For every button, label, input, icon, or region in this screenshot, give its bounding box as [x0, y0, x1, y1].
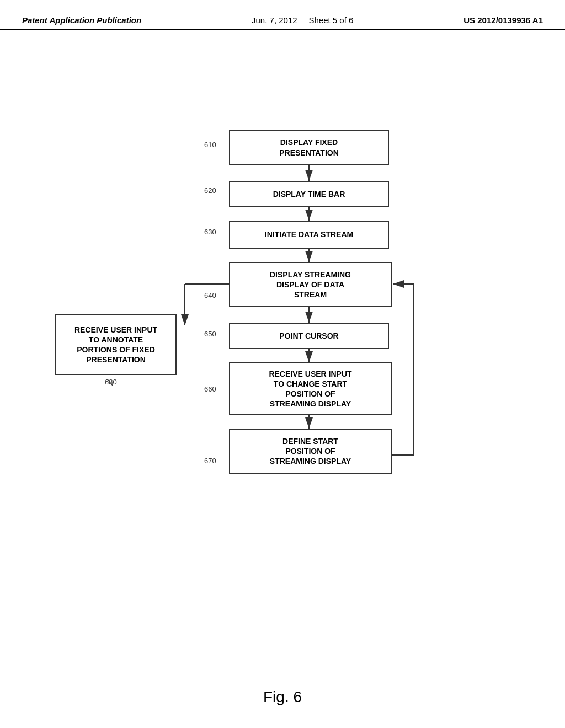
step-660-label: 660	[204, 385, 216, 393]
box-660-text: RECEIVE USER INPUT TO CHANGE START POSIT…	[269, 369, 351, 409]
box-initiate-data-stream: INITIATE DATA STREAM	[229, 221, 389, 249]
figure-label: Fig. 6	[263, 688, 302, 706]
svg-line-12	[108, 379, 113, 386]
box-620-text: DISPLAY TIME BAR	[273, 189, 345, 199]
box-display-time-bar: DISPLAY TIME BAR	[229, 181, 389, 207]
date-sheet-label: Jun. 7, 2012 Sheet 5 of 6	[252, 15, 353, 25]
box-670-text: DEFINE START POSITION OF STREAMING DISPL…	[270, 436, 351, 467]
page-header: Patent Application Publication Jun. 7, 2…	[0, 0, 565, 30]
box-635-text: DISPLAY STREAMING DISPLAY OF DATA STREAM	[270, 270, 351, 300]
step-610-label: 610	[204, 141, 216, 149]
step-650-label: 650	[204, 330, 216, 338]
box-display-streaming: DISPLAY STREAMING DISPLAY OF DATA STREAM	[229, 262, 392, 307]
diagram-area: 610 DISPLAY FIXED PRESENTATION 620 DISPL…	[0, 44, 565, 673]
box-receive-user-input-annotate: RECEIVE USER INPUT TO ANNOTATE PORTIONS …	[55, 314, 177, 375]
sheet-label: Sheet 5 of 6	[308, 15, 353, 25]
step-680-arrow-svg	[108, 379, 119, 389]
box-receive-user-input-change-start: RECEIVE USER INPUT TO CHANGE START POSIT…	[229, 362, 392, 415]
box-650-text: POINT CURSOR	[279, 331, 338, 341]
date-label: Jun. 7, 2012	[252, 15, 297, 25]
box-610-text: DISPLAY FIXED PRESENTATION	[279, 137, 339, 157]
box-display-fixed-presentation: DISPLAY FIXED PRESENTATION	[229, 130, 389, 165]
box-define-start-position: DEFINE START POSITION OF STREAMING DISPL…	[229, 429, 392, 474]
step-670-label: 670	[204, 457, 216, 465]
step-640-label: 640	[204, 291, 216, 299]
box-point-cursor: POINT CURSOR	[229, 323, 389, 349]
patent-number-label: US 2012/0139936 A1	[463, 15, 543, 25]
step-620-label: 620	[204, 186, 216, 195]
box-680-text: RECEIVE USER INPUT TO ANNOTATE PORTIONS …	[74, 325, 157, 365]
step-630-label: 630	[204, 228, 216, 236]
box-630-text: INITIATE DATA STREAM	[265, 229, 353, 239]
publication-label: Patent Application Publication	[22, 15, 141, 25]
